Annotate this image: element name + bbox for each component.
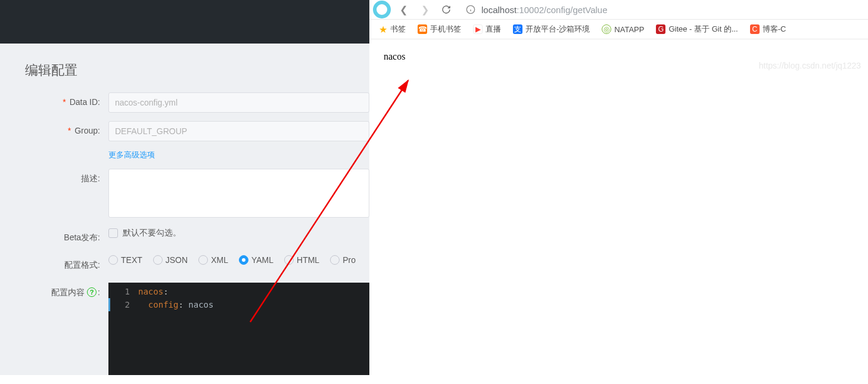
back-button[interactable]: ❮ [394, 2, 412, 17]
label-desc: 描述: [25, 169, 108, 188]
beta-checkbox[interactable] [108, 228, 118, 238]
bookmarks-bar: ★书签☎手机书签▶直播支开放平台-沙箱环境◎NATAPPGGitee - 基于 … [369, 19, 868, 39]
format-radio-html[interactable]: HTML [284, 255, 319, 265]
bookmark-item[interactable]: ◎NATAPP [597, 23, 649, 36]
code-editor[interactable]: 1nacos:2 config: nacos [108, 283, 369, 375]
bookmark-item[interactable]: ▶直播 [468, 22, 506, 36]
bookmark-item[interactable]: ★书签 [374, 22, 410, 37]
browser-logo-icon [373, 1, 391, 18]
format-radio-json[interactable]: JSON [153, 255, 188, 265]
bookmark-item[interactable]: 支开放平台-沙箱环境 [508, 22, 595, 36]
label-beta: Beta发布: [25, 228, 108, 247]
watermark: https://blog.csdn.net/jq1223 [759, 61, 861, 70]
bookmark-item[interactable]: C博客-C [745, 22, 791, 36]
label-group: * Group: [25, 121, 108, 140]
help-icon[interactable]: ? [87, 287, 97, 297]
more-advanced-link[interactable]: 更多高级选项 [108, 150, 155, 159]
bookmark-item[interactable]: GGitee - 基于 Git 的... [651, 22, 742, 36]
browser-pane: ❮ ❯ localhost:10002/config/getValue ★书签☎… [369, 0, 868, 384]
address-bar[interactable]: localhost:10002/config/getValue [459, 5, 864, 15]
beta-hint: 默认不要勾选。 [123, 228, 181, 239]
label-content: 配置内容 [51, 283, 85, 302]
data-id-input[interactable] [108, 92, 369, 113]
label-format: 配置格式: [25, 255, 108, 274]
label-data-id: * Data ID: [25, 92, 108, 112]
format-radio-pro[interactable]: Pro [330, 255, 356, 265]
description-textarea[interactable] [108, 169, 369, 218]
url-text: localhost:10002/config/getValue [481, 5, 608, 15]
group-input[interactable] [108, 121, 369, 141]
reload-button[interactable] [437, 2, 455, 17]
format-radio-yaml[interactable]: YAML [239, 255, 273, 265]
format-radio-text[interactable]: TEXT [108, 255, 142, 265]
nacos-config-panel: 编辑配置 * Data ID: * Group: 更多高级选项 描述: Beta… [0, 0, 369, 384]
format-radio-xml[interactable]: XML [198, 255, 228, 265]
forward-button[interactable]: ❯ [416, 2, 434, 17]
bookmark-item[interactable]: ☎手机书签 [413, 22, 466, 36]
top-dark-bar [0, 0, 369, 44]
browser-toolbar: ❮ ❯ localhost:10002/config/getValue [369, 0, 868, 19]
page-title: 编辑配置 [25, 61, 369, 92]
info-icon [466, 5, 475, 14]
page-content: nacos https://blog.csdn.net/jq1223 [369, 39, 868, 74]
response-text: nacos [384, 51, 405, 61]
